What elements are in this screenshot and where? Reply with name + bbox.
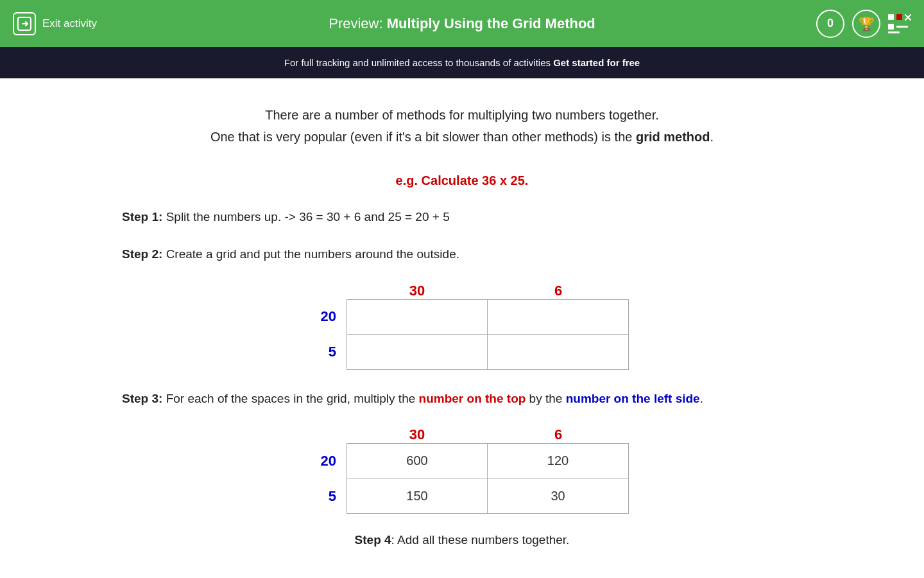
- grid1-cell-11: [488, 335, 629, 370]
- step1-label: Step 1:: [122, 210, 162, 223]
- intro-line1: There are a number of methods for multip…: [122, 104, 802, 126]
- step2: Step 2: Create a grid and put the number…: [122, 245, 802, 264]
- menu-button[interactable]: [888, 14, 911, 33]
- header-controls: 0 🏆: [816, 10, 911, 38]
- step3-text-before: For each of the spaces in the grid, mult…: [162, 392, 418, 405]
- step2-text: Create a grid and put the numbers around…: [162, 247, 459, 261]
- title-prefix: Preview:: [329, 15, 386, 31]
- exit-label: Exit activity: [42, 17, 97, 30]
- intro-line2: One that is very popular (even if it's a…: [122, 126, 802, 148]
- banner-cta[interactable]: Get started for free: [553, 57, 640, 68]
- grid-dot-3: [888, 24, 894, 30]
- x-icon: [905, 14, 911, 21]
- grid1-row-label-20: 20: [321, 308, 336, 324]
- menu-line-1: [896, 26, 908, 28]
- step3-end: .: [700, 392, 703, 405]
- grid2-cell-00: 600: [346, 443, 488, 478]
- grid2-row-label-5: 5: [329, 488, 336, 504]
- intro-line2-end: .: [710, 130, 714, 144]
- step2-label: Step 2:: [122, 247, 162, 261]
- grid1-top-label-6: 6: [554, 283, 562, 299]
- banner-text: For full tracking and unlimited access t…: [284, 57, 553, 68]
- grid2-top-label-6: 6: [554, 426, 562, 442]
- exit-button[interactable]: Exit activity: [13, 12, 97, 35]
- grid2-top-label-30: 30: [409, 426, 425, 442]
- promo-banner: For full tracking and unlimited access t…: [0, 47, 924, 78]
- intro-line2-start: One that is very popular (even if it's a…: [210, 130, 636, 144]
- step3-top-ref: number on the top: [419, 392, 526, 405]
- grid-dot-2: [896, 14, 902, 20]
- main-content: There are a number of methods for multip…: [109, 78, 815, 573]
- menu-line-2: [888, 31, 900, 33]
- score-value: 0: [827, 17, 834, 30]
- trophy-button[interactable]: 🏆: [852, 10, 880, 38]
- grid2-cell-01: 120: [488, 443, 629, 478]
- grid2-cell-11: 30: [488, 478, 629, 514]
- step3-middle: by the: [526, 392, 565, 405]
- score-badge[interactable]: 0: [816, 10, 844, 38]
- header: Exit activity Preview: Multiply Using th…: [0, 0, 924, 47]
- intro-line2-bold: grid method: [636, 130, 710, 144]
- step3: Step 3: For each of the spaces in the gr…: [122, 389, 802, 408]
- grid1-row-label-5: 5: [329, 344, 336, 360]
- step3-label: Step 3:: [122, 392, 162, 405]
- step4: Step 4: Add all these numbers together.: [122, 533, 802, 547]
- grid1-section: 30 6 20 5: [122, 283, 802, 370]
- exit-icon: [13, 12, 36, 35]
- grid1-cell-01: [488, 299, 629, 335]
- grid-dot-1: [888, 14, 894, 20]
- step1: Step 1: Split the numbers up. -> 36 = 30…: [122, 207, 802, 227]
- grid2-section: 30 6 20 600 120 5 150 30: [122, 426, 802, 514]
- grid1-cell-00: [346, 299, 488, 335]
- page-title: Preview: Multiply Using the Grid Method: [329, 15, 595, 32]
- grid2-cell-10: 150: [346, 478, 488, 514]
- title-main: Multiply Using the Grid Method: [387, 15, 595, 31]
- step3-left-ref: number on the left side: [566, 392, 700, 405]
- step1-text: Split the numbers up. -> 36 = 30 + 6 and…: [162, 210, 449, 223]
- grid1-cell-10: [346, 335, 488, 370]
- grid1-top-label-30: 30: [409, 283, 425, 299]
- intro-paragraph: There are a number of methods for multip…: [122, 104, 802, 148]
- grid2-row-label-20: 20: [321, 453, 336, 469]
- example-title: e.g. Calculate 36 x 25.: [122, 173, 802, 188]
- step4-label: Step 4: [355, 533, 391, 547]
- step4-text: : Add all these numbers together.: [391, 533, 570, 547]
